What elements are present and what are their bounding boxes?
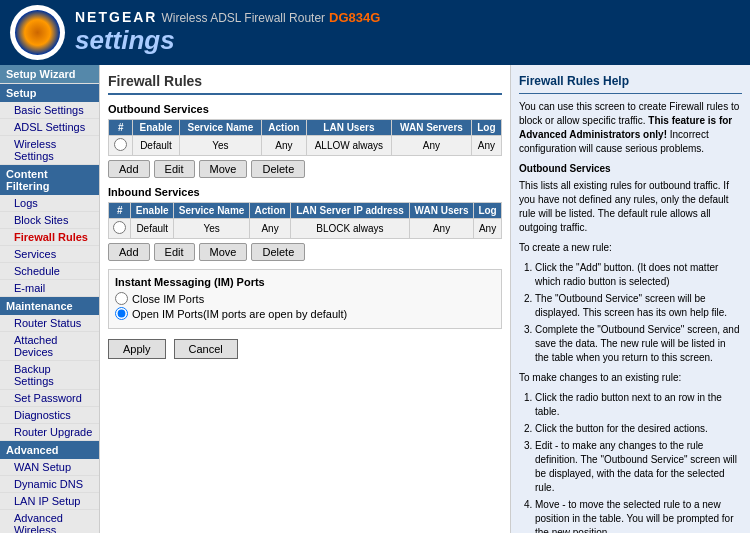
sidebar-item-set-password[interactable]: Set Password <box>0 390 99 407</box>
sidebar-item-diagnostics[interactable]: Diagnostics <box>0 407 99 424</box>
inbound-buttons: Add Edit Move Delete <box>108 243 502 261</box>
outbound-add-button[interactable]: Add <box>108 160 150 178</box>
inbound-col-lan: LAN Server IP address <box>291 203 410 219</box>
outbound-col-lan: LAN Users <box>306 120 392 136</box>
sidebar-item-router-upgrade[interactable]: Router Upgrade <box>0 424 99 441</box>
inbound-col-service: Service Name <box>174 203 250 219</box>
outbound-wan: Any <box>471 136 501 156</box>
list-item: Move - to move the selected rule to a ne… <box>535 498 742 533</box>
inbound-radio-cell[interactable] <box>109 219 131 239</box>
inbound-section-title: Inbound Services <box>108 186 502 198</box>
outbound-radio-cell[interactable] <box>109 136 133 156</box>
outbound-col-service: Service Name <box>179 120 262 136</box>
inbound-move-button[interactable]: Move <box>199 243 248 261</box>
outbound-col-action: Action <box>262 120 306 136</box>
outbound-col-enable: Enable <box>133 120 179 136</box>
inbound-default-label: Default <box>131 219 174 239</box>
sidebar-item-lan-ip-setup[interactable]: LAN IP Setup <box>0 493 99 510</box>
inbound-col-log: Log <box>474 203 502 219</box>
brand-name: NETGEAR <box>75 9 157 25</box>
help-outbound-title: Outbound Services <box>519 162 742 176</box>
settings-label: settings <box>75 25 175 55</box>
sidebar-item-services[interactable]: Services <box>0 246 99 263</box>
outbound-row-radio[interactable] <box>114 138 127 151</box>
product-line: Wireless ADSL Firewall Router <box>161 11 325 25</box>
outbound-table: # Enable Service Name Action LAN Users W… <box>108 119 502 156</box>
sidebar-item-schedule[interactable]: Schedule <box>0 263 99 280</box>
sidebar-section-content-filtering: Content Filtering <box>0 165 99 195</box>
sidebar-item-wireless-settings[interactable]: Wireless Settings <box>0 136 99 165</box>
help-new-rule-title: To create a new rule: <box>519 241 742 255</box>
inbound-col-enable: Enable <box>131 203 174 219</box>
inbound-add-button[interactable]: Add <box>108 243 150 261</box>
sidebar-item-block-sites[interactable]: Block Sites <box>0 212 99 229</box>
outbound-section-title: Outbound Services <box>108 103 502 115</box>
sidebar-item-wan-setup[interactable]: WAN Setup <box>0 459 99 476</box>
list-item: Edit - to make any changes to the rule d… <box>535 439 742 495</box>
outbound-edit-button[interactable]: Edit <box>154 160 195 178</box>
inbound-delete-button[interactable]: Delete <box>251 243 305 261</box>
list-item: Click the radio button next to an row in… <box>535 391 742 419</box>
inbound-enable: Yes <box>174 219 250 239</box>
im-close-row: Close IM Ports <box>115 292 495 305</box>
help-changes-title: To make changes to an existing rule: <box>519 371 742 385</box>
main-panel: Firewall Rules Outbound Services # Enabl… <box>100 65 510 533</box>
header: NETGEAR Wireless ADSL Firewall Router DG… <box>0 0 750 65</box>
sidebar-item-attached-devices[interactable]: Attached Devices <box>0 332 99 361</box>
sidebar: Setup Wizard Setup Basic Settings ADSL S… <box>0 65 100 533</box>
help-new-rule-steps: Click the "Add" button. (It does not mat… <box>519 261 742 365</box>
outbound-enable: Yes <box>179 136 262 156</box>
list-item: Click the button for the desired actions… <box>535 422 742 436</box>
sidebar-item-adsl-settings[interactable]: ADSL Settings <box>0 119 99 136</box>
sidebar-item-firewall-rules[interactable]: Firewall Rules <box>0 229 99 246</box>
outbound-col-wan: WAN Servers <box>392 120 471 136</box>
im-ports-section: Instant Messaging (IM) Ports Close IM Po… <box>108 269 502 329</box>
sidebar-item-basic-settings[interactable]: Basic Settings <box>0 102 99 119</box>
inbound-col-wan: WAN Users <box>409 203 473 219</box>
sidebar-item-logs[interactable]: Logs <box>0 195 99 212</box>
help-title: Firewall Rules Help <box>519 73 742 94</box>
im-open-row: Open IM Ports(IM ports are open by defau… <box>115 307 495 320</box>
cancel-button[interactable]: Cancel <box>174 339 238 359</box>
im-open-radio[interactable] <box>115 307 128 320</box>
help-intro: You can use this screen to create Firewa… <box>519 100 742 156</box>
outbound-default-label: Default <box>133 136 179 156</box>
sidebar-section-advanced: Advanced <box>0 441 99 459</box>
inbound-lan: Any <box>409 219 473 239</box>
inbound-service: Any <box>250 219 291 239</box>
outbound-service: Any <box>262 136 306 156</box>
table-row: Default Yes Any BLOCK always Any Any <box>109 219 502 239</box>
inbound-row-radio[interactable] <box>113 221 126 234</box>
product-name: DG834G <box>329 10 380 25</box>
sidebar-section-maintenance: Maintenance <box>0 297 99 315</box>
sidebar-item-dynamic-dns[interactable]: Dynamic DNS <box>0 476 99 493</box>
brand: NETGEAR Wireless ADSL Firewall Router DG… <box>75 9 380 56</box>
sidebar-item-router-status[interactable]: Router Status <box>0 315 99 332</box>
outbound-action: ALLOW always <box>306 136 392 156</box>
im-close-radio[interactable] <box>115 292 128 305</box>
inbound-col-action: Action <box>250 203 291 219</box>
sidebar-section-setup: Setup <box>0 84 99 102</box>
inbound-wan: Any <box>474 219 502 239</box>
sidebar-item-setup-wizard[interactable]: Setup Wizard <box>0 65 99 84</box>
help-changes-steps: Click the radio button next to an row in… <box>519 391 742 533</box>
page-title: Firewall Rules <box>108 73 502 95</box>
apply-button[interactable]: Apply <box>108 339 166 359</box>
apply-cancel-row: Apply Cancel <box>108 339 502 359</box>
list-item: Click the "Add" button. (It does not mat… <box>535 261 742 289</box>
inbound-col-num: # <box>109 203 131 219</box>
outbound-move-button[interactable]: Move <box>199 160 248 178</box>
im-ports-title: Instant Messaging (IM) Ports <box>115 276 495 288</box>
outbound-delete-button[interactable]: Delete <box>251 160 305 178</box>
help-panel: Firewall Rules Help You can use this scr… <box>510 65 750 533</box>
table-row: Default Yes Any ALLOW always Any Any <box>109 136 502 156</box>
logo-inner <box>15 10 60 55</box>
list-item: The "Outbound Service" screen will be di… <box>535 292 742 320</box>
outbound-lan: Any <box>392 136 471 156</box>
sidebar-item-advanced-wireless[interactable]: Advanced Wireless Settings <box>0 510 99 533</box>
inbound-edit-button[interactable]: Edit <box>154 243 195 261</box>
inbound-table: # Enable Service Name Action LAN Server … <box>108 202 502 239</box>
sidebar-item-backup-settings[interactable]: Backup Settings <box>0 361 99 390</box>
sidebar-item-email[interactable]: E-mail <box>0 280 99 297</box>
im-open-label: Open IM Ports(IM ports are open by defau… <box>132 308 347 320</box>
